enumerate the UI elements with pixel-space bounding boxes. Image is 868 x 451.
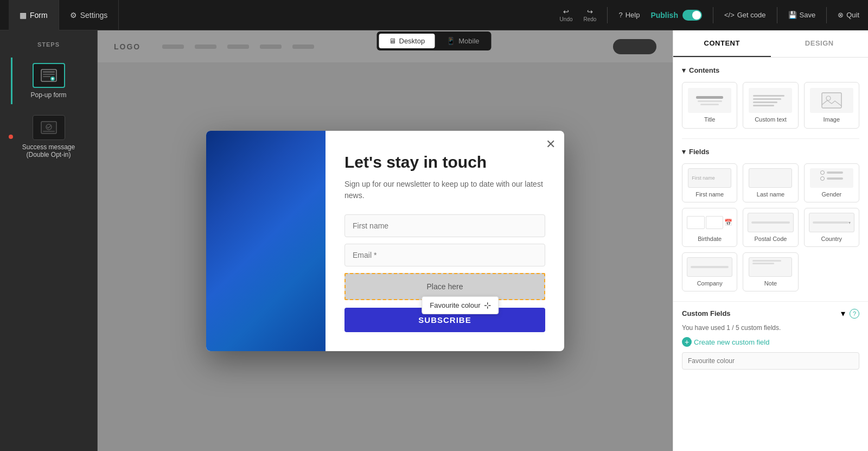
panel-tab-design[interactable]: DESIGN [771, 30, 869, 57]
sidebar-item-success-message[interactable]: Success message (Double Opt-in) [11, 110, 87, 164]
birthdate-field-preview: 📅 [687, 213, 732, 232]
svg-rect-3 [43, 76, 50, 77]
postal-code-field-card[interactable]: Postal Code [743, 208, 798, 247]
custom-text-content-card[interactable]: Custom text [743, 82, 798, 129]
note-field-label: Note [764, 280, 777, 287]
desktop-view-button[interactable]: 🖥 Desktop [379, 34, 435, 48]
popup-form-icon [33, 63, 65, 88]
settings-icon: ⚙ [70, 11, 77, 20]
image-content-card[interactable]: Image [804, 82, 859, 129]
active-indicator [11, 58, 12, 104]
country-field-preview: ▾ [809, 213, 854, 232]
get-code-button[interactable]: </> Get code [724, 11, 766, 19]
divider4 [826, 7, 827, 23]
first-name-preview-label: First name [692, 175, 715, 181]
company-field-card[interactable]: Company [682, 252, 737, 291]
move-icon: ⊹ [484, 300, 491, 310]
save-icon: 💾 [788, 11, 797, 19]
birthdate-field-card[interactable]: 📅 Birthdate [682, 208, 737, 247]
first-name-field-preview: First name [688, 168, 731, 188]
topbar: ▦ Form ⚙ Settings ↩ Undo ↪ Redo ? Help P… [0, 0, 868, 30]
chevron-down-icon: ▾ [682, 66, 686, 74]
redo-label: Redo [584, 16, 597, 22]
gender-field-label: Gender [821, 191, 841, 198]
quit-label: Quit [846, 11, 859, 19]
help-label: Help [626, 11, 640, 19]
fields-label: Fields [689, 148, 710, 156]
undo-label: Undo [560, 16, 573, 22]
contents-header[interactable]: ▾ Contents [682, 66, 859, 74]
tab-form-label: Form [30, 11, 48, 20]
favourite-colour-text: Favourite colour [430, 301, 480, 309]
tab-settings[interactable]: ⚙ Settings [59, 0, 119, 30]
drop-zone[interactable]: Place here Favourite colour ⊹ [344, 273, 545, 300]
help-icon: ? [618, 11, 622, 19]
save-label: Save [800, 11, 816, 19]
panel-tab-content[interactable]: CONTENT [673, 30, 771, 57]
website-preview: LOGO ✕ Let's stay in touch Sig [98, 30, 673, 451]
contents-section: ▾ Contents Title [673, 58, 868, 138]
divider3 [777, 7, 777, 23]
postal-code-field-label: Postal Code [755, 236, 787, 242]
create-custom-field-link[interactable]: + Create new custom field [682, 337, 859, 347]
undo-icon: ↩ [563, 8, 569, 16]
step-dot [9, 135, 13, 139]
redo-icon: ↪ [587, 8, 593, 16]
custom-fields-section: Custom Fields ▾ ? You have used 1 / 5 cu… [673, 301, 868, 376]
help-button[interactable]: ? Help [618, 11, 640, 19]
first-name-input[interactable] [344, 214, 545, 237]
plus-icon: + [682, 337, 692, 347]
popup-modal: ✕ Let's stay in touch Sign up for our ne… [206, 131, 564, 351]
svg-rect-6 [52, 78, 54, 79]
place-here-label: Place here [427, 282, 463, 291]
publish-toggle[interactable] [682, 10, 702, 21]
divider2 [713, 7, 713, 23]
company-field-preview [687, 257, 732, 277]
country-field-label: Country [821, 236, 843, 242]
mobile-view-button[interactable]: 📱 Mobile [437, 34, 489, 48]
tab-form[interactable]: ▦ Form [9, 0, 59, 30]
email-input[interactable] [344, 244, 545, 266]
custom-fields-info: You have used 1 / 5 custom fields. [682, 324, 859, 332]
svg-rect-9 [43, 131, 55, 132]
desktop-icon: 🖥 [389, 37, 396, 45]
save-button[interactable]: 💾 Save [788, 11, 816, 19]
sidebar: STEPS Pop-up form [0, 30, 98, 451]
image-card-label: Image [824, 116, 840, 123]
popup-close-button[interactable]: ✕ [546, 138, 556, 150]
gender-field-preview [810, 168, 853, 188]
country-field-card[interactable]: ▾ Country [804, 208, 859, 247]
custom-text-preview [749, 88, 792, 113]
company-field-label: Company [697, 280, 723, 287]
note-field-preview [749, 257, 792, 277]
postal-code-field-preview [748, 213, 793, 232]
popup-content: ✕ Let's stay in touch Sign up for our ne… [326, 131, 564, 351]
popup-overlay: ✕ Let's stay in touch Sign up for our ne… [98, 30, 673, 451]
quit-button[interactable]: ⊗ Quit [838, 11, 859, 19]
sidebar-item-popup-form[interactable]: Pop-up form [11, 58, 87, 104]
custom-text-card-label: Custom text [755, 116, 787, 123]
fields-header[interactable]: ▾ Fields [682, 148, 859, 156]
redo-button[interactable]: ↪ Redo [584, 8, 597, 22]
publish-group: Publish [650, 10, 702, 21]
undo-button[interactable]: ↩ Undo [560, 8, 573, 22]
view-bar: 🖥 Desktop 📱 Mobile [377, 31, 492, 50]
last-name-field-label: Last name [757, 191, 784, 198]
title-content-card[interactable]: Title [682, 82, 737, 129]
custom-field-input[interactable] [682, 352, 859, 370]
first-name-field-card[interactable]: First name First name [682, 163, 737, 202]
get-code-icon: </> [724, 11, 735, 19]
popup-subtitle: Sign up for our newsletter to keep up to… [344, 179, 545, 201]
custom-fields-header[interactable]: Custom Fields ▾ ? [682, 308, 859, 319]
mobile-icon: 📱 [446, 37, 455, 45]
favourite-colour-tooltip: Favourite colour ⊹ [422, 296, 499, 314]
contents-label: Contents [689, 66, 719, 74]
contents-grid: Title Custom text [682, 82, 859, 129]
last-name-field-card[interactable]: Last name [743, 163, 798, 202]
canvas: LOGO ✕ Let's stay in touch Sig [98, 30, 673, 451]
tab-settings-label: Settings [80, 11, 108, 20]
gender-field-card[interactable]: Gender [804, 163, 859, 202]
note-field-card[interactable]: Note [743, 252, 798, 291]
custom-fields-help-icon[interactable]: ? [850, 309, 859, 319]
success-message-icon [33, 115, 65, 140]
